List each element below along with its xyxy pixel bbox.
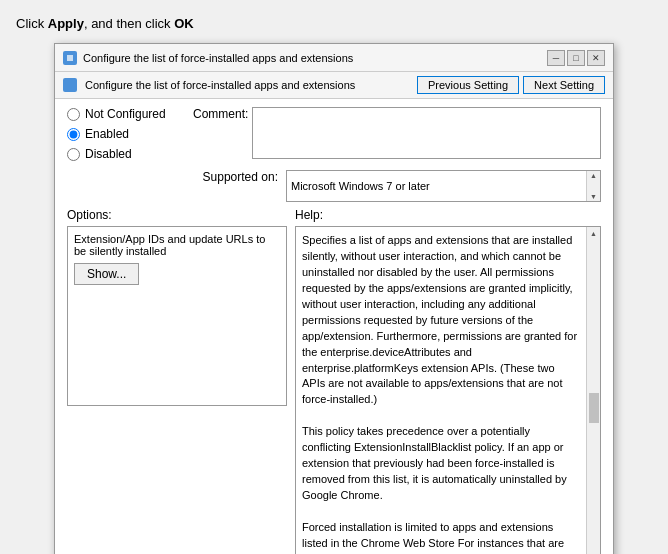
options-column: Options: Extension/App IDs and update UR… (67, 208, 287, 554)
supported-value-box: Microsoft Windows 7 or later ▲ ▼ (286, 170, 601, 202)
window-controls: ─ □ ✕ (547, 50, 605, 66)
options-field-label: Extension/App IDs and update URLs to be … (74, 233, 280, 257)
radio-not-configured[interactable]: Not Configured (67, 107, 177, 121)
show-button[interactable]: Show... (74, 263, 139, 285)
radio-disabled-input[interactable] (67, 148, 80, 161)
radio-disabled-label: Disabled (85, 147, 132, 161)
title-icon (63, 51, 77, 65)
window-title: Configure the list of force-installed ap… (83, 52, 547, 64)
svg-rect-1 (67, 55, 73, 61)
scroll-up-arrow: ▲ (590, 172, 597, 179)
dialog-window: Configure the list of force-installed ap… (54, 43, 614, 554)
sub-header-icon (63, 78, 77, 92)
radio-enabled-input[interactable] (67, 128, 80, 141)
help-scrollbar: ▲ ▼ (586, 227, 600, 554)
help-text: Specifies a list of apps and extensions … (302, 233, 594, 554)
supported-scrollbar: ▲ ▼ (586, 171, 600, 201)
radio-enabled-label: Enabled (85, 127, 129, 141)
main-content: Not Configured Enabled Disabled Comment: (55, 99, 613, 554)
help-scroll-thumb (589, 393, 599, 423)
help-box: Specifies a list of apps and extensions … (295, 226, 601, 554)
help-scroll-up: ▲ (590, 229, 597, 239)
sub-header-text: Configure the list of force-installed ap… (85, 79, 409, 91)
title-bar: Configure the list of force-installed ap… (55, 44, 613, 72)
options-box: Extension/App IDs and update URLs to be … (67, 226, 287, 406)
bold-ok: OK (174, 16, 194, 31)
supported-label: Supported on: (193, 170, 278, 184)
minimize-button[interactable]: ─ (547, 50, 565, 66)
radio-disabled[interactable]: Disabled (67, 147, 177, 161)
radio-group: Not Configured Enabled Disabled (67, 107, 177, 161)
bold-apply: Apply (48, 16, 84, 31)
close-button[interactable]: ✕ (587, 50, 605, 66)
help-label: Help: (295, 208, 601, 222)
supported-section: Supported on: Microsoft Windows 7 or lat… (193, 170, 601, 202)
help-column: Help: Specifies a list of apps and exten… (295, 208, 601, 554)
comment-label: Comment: (193, 107, 248, 121)
supported-value: Microsoft Windows 7 or later (291, 180, 430, 192)
scroll-down-arrow: ▼ (590, 193, 597, 200)
instruction-text: Click Apply, and then click OK (16, 16, 652, 31)
nav-buttons: Previous Setting Next Setting (417, 76, 605, 94)
radio-not-configured-input[interactable] (67, 108, 80, 121)
next-setting-button[interactable]: Next Setting (523, 76, 605, 94)
comment-section: Comment: Supported on: Microsoft Windows… (193, 107, 601, 202)
maximize-button[interactable]: □ (567, 50, 585, 66)
options-label: Options: (67, 208, 287, 222)
radio-not-configured-label: Not Configured (85, 107, 166, 121)
comment-textarea[interactable] (252, 107, 601, 159)
radio-enabled[interactable]: Enabled (67, 127, 177, 141)
options-help-section: Options: Extension/App IDs and update UR… (67, 208, 601, 554)
previous-setting-button[interactable]: Previous Setting (417, 76, 519, 94)
radio-comment-section: Not Configured Enabled Disabled Comment: (67, 107, 601, 202)
sub-header: Configure the list of force-installed ap… (55, 72, 613, 99)
